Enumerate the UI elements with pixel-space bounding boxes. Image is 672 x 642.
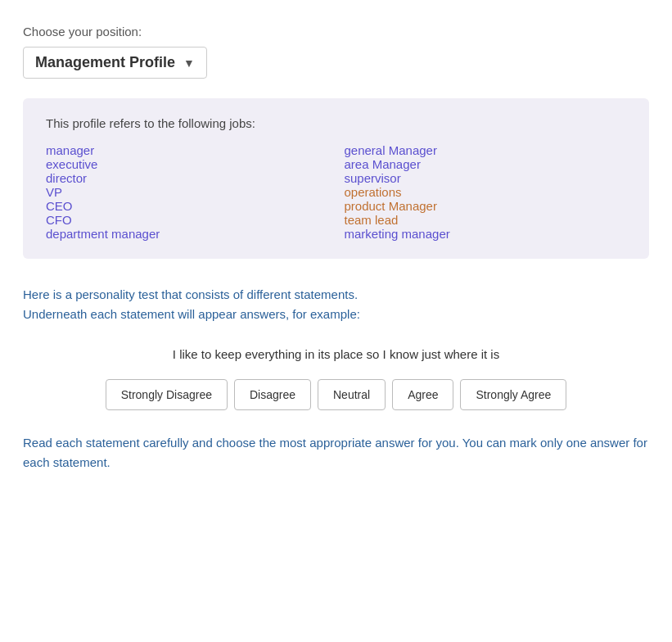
dropdown-text: Management Profile <box>35 54 175 71</box>
job-item: CFO <box>46 213 328 227</box>
answer-button[interactable]: Neutral <box>318 379 386 410</box>
instructions-line2: Underneath each statement will appear an… <box>23 305 649 324</box>
chevron-down-icon: ▼ <box>183 57 195 70</box>
job-item: product Manager <box>345 199 627 213</box>
jobs-grid: managerexecutivedirectorVPCEOCFOdepartme… <box>46 143 626 241</box>
job-item: VP <box>46 185 328 199</box>
job-item: CEO <box>46 199 328 213</box>
answer-button[interactable]: Strongly Disagree <box>106 379 228 410</box>
instructions-line1: Here is a personality test that consists… <box>23 285 649 305</box>
profile-info-box: This profile refers to the following job… <box>23 98 649 259</box>
job-item: area Manager <box>345 157 627 171</box>
answer-button[interactable]: Agree <box>392 379 453 410</box>
job-item: general Manager <box>345 143 627 157</box>
position-dropdown[interactable]: Management Profile ▼ <box>23 47 207 79</box>
job-item: department manager <box>46 227 328 241</box>
job-item: team lead <box>345 213 627 227</box>
job-item: director <box>46 171 328 185</box>
choose-label: Choose your position: <box>23 25 649 38</box>
example-section: I like to keep everything in its place s… <box>23 347 649 410</box>
example-statement: I like to keep everything in its place s… <box>173 347 499 361</box>
answer-button[interactable]: Disagree <box>234 379 311 410</box>
jobs-right-column: general Managerarea Managersupervisorope… <box>345 143 627 241</box>
job-item: supervisor <box>345 171 627 185</box>
instructions-section: Here is a personality test that consists… <box>23 285 649 324</box>
profile-box-title: This profile refers to the following job… <box>46 116 626 130</box>
answer-button[interactable]: Strongly Agree <box>460 379 566 410</box>
footer-text: Read each statement carefully and choose… <box>23 433 649 472</box>
job-item: operations <box>345 185 627 199</box>
job-item: manager <box>46 143 328 157</box>
answer-buttons-row: Strongly DisagreeDisagreeNeutralAgreeStr… <box>106 379 567 410</box>
job-item: marketing manager <box>345 227 627 241</box>
jobs-left-column: managerexecutivedirectorVPCEOCFOdepartme… <box>46 143 328 241</box>
job-item: executive <box>46 157 328 171</box>
